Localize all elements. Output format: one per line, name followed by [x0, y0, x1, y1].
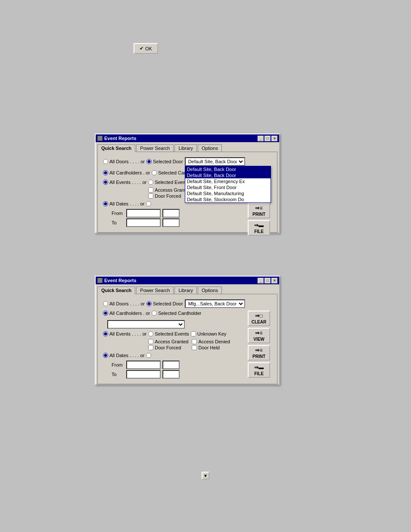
tab-options-1[interactable]: Options — [198, 144, 222, 152]
minimize-button-2[interactable]: _ — [258, 278, 264, 283]
all-dates-radio-label-2[interactable]: All Dates . . . . or — [103, 353, 144, 358]
clear-button-2[interactable]: ⇒□ CLEAR — [248, 311, 270, 326]
tab-library-1[interactable]: Library — [174, 144, 197, 152]
selected-door-radio-label-2[interactable]: Selected Door — [146, 301, 183, 306]
all-cardholders-radio-label-2[interactable]: All Cardholders . or — [103, 311, 150, 316]
from-time-input-2[interactable] — [162, 361, 180, 369]
selected-cardholder-radio-label-2[interactable]: Selected Cardholder — [152, 311, 201, 316]
all-doors-radio-2[interactable] — [103, 301, 108, 306]
all-dates-radio-2[interactable] — [103, 353, 108, 358]
access-granted-checkbox-1[interactable] — [148, 187, 153, 193]
file-button-1[interactable]: ⇒▬ FILE — [248, 220, 270, 236]
door-option-1-5[interactable]: Default Site, Manufacturing — [185, 190, 271, 196]
tab-power-search-2[interactable]: Power Search — [136, 286, 174, 294]
maximize-button-2[interactable]: □ — [265, 278, 271, 283]
to-time-input-1[interactable] — [162, 218, 180, 227]
all-events-radio-1[interactable] — [103, 180, 108, 185]
all-dates-radio-label-1[interactable]: All Dates . . . . or — [103, 201, 144, 206]
all-doors-radio-1[interactable] — [103, 159, 108, 164]
main-content-2: All Doors . . . . or Selected Door Mfg..… — [103, 299, 244, 379]
from-date-input-2[interactable] — [126, 361, 161, 369]
to-time-input-2[interactable] — [162, 370, 180, 379]
door-dropdown-2[interactable]: Mfg...Sales, Back Door — [185, 299, 245, 308]
small-dropdown-area: ▼ — [202, 472, 209, 479]
small-dropdown-button[interactable]: ▼ — [202, 472, 209, 479]
all-dates-text-1: All Dates . . . . or — [109, 201, 144, 206]
selected-dates-radio-label-2[interactable] — [146, 353, 151, 358]
all-cardholders-radio-2[interactable] — [103, 311, 108, 316]
selected-door-radio-label-1[interactable]: Selected Door — [146, 159, 183, 164]
view-button-2[interactable]: ⇒≡ VIEW — [248, 328, 270, 343]
maximize-button-1[interactable]: □ — [265, 136, 271, 141]
print-button-1[interactable]: ⇒≡ PRINT — [248, 203, 270, 218]
unknown-key-label-2[interactable]: Unknown Key — [191, 331, 227, 336]
dates-section-2: All Dates . . . . or From To — [103, 353, 244, 379]
selected-dates-radio-label-1[interactable] — [146, 201, 151, 206]
print-button-2[interactable]: ⇒≡ PRINT — [248, 345, 270, 361]
selected-dates-radio-2[interactable] — [146, 353, 151, 358]
file-button-2[interactable]: ⇒▬ FILE — [248, 362, 270, 378]
all-cardholders-radio-label-1[interactable]: All Cardholders . or — [103, 170, 150, 175]
door-held-label-2[interactable]: Door Held — [192, 345, 232, 350]
door-forced-label-2[interactable]: Door Forced — [148, 345, 188, 350]
window-title-1: Event Reports — [104, 136, 137, 141]
to-date-input-2[interactable] — [126, 370, 161, 379]
selected-events-radio-2[interactable] — [148, 331, 153, 336]
all-cardholders-radio-1[interactable] — [103, 170, 108, 175]
ok-button[interactable]: ✔ OK — [134, 43, 158, 54]
door-option-1-2[interactable]: Default Site, Back Door — [185, 172, 271, 178]
access-granted-label-2[interactable]: Access Granted — [148, 339, 188, 344]
all-doors-radio-label-1[interactable]: All Doors . . . . or — [103, 159, 145, 164]
all-events-radio-label-2[interactable]: All Events . . . . or — [103, 331, 146, 336]
close-button-2[interactable]: ✕ — [271, 278, 277, 283]
tab-quick-search-2[interactable]: Quick Search — [97, 286, 135, 294]
tab-options-2[interactable]: Options — [198, 286, 222, 294]
door-option-1-4[interactable]: Default Site, Front Door — [185, 184, 271, 190]
from-label-2: From — [112, 362, 125, 367]
all-dates-radio-1[interactable] — [103, 201, 108, 206]
cardholder-dropdown-2[interactable] — [107, 320, 185, 329]
print-label-1: PRINT — [252, 212, 265, 217]
all-events-radio-2[interactable] — [103, 331, 108, 336]
door-option-1-1[interactable]: Default Site, Back Door — [185, 166, 271, 172]
door-held-checkbox-2[interactable] — [192, 345, 197, 350]
selected-dates-radio-1[interactable] — [146, 201, 151, 206]
all-dates-text-2: All Dates . . . . or — [109, 353, 144, 358]
door-dropdown-1[interactable]: Default Site, Back Door — [185, 157, 245, 166]
tab-library-2[interactable]: Library — [174, 286, 197, 294]
events-section-2: Selected Events Unknown Key Access Grant… — [148, 331, 232, 350]
titlebar-1: Event Reports _ □ ✕ — [96, 134, 279, 142]
door-option-1-6[interactable]: Default Site, Stockroom Do — [185, 196, 271, 202]
unknown-key-checkbox-2[interactable] — [191, 331, 196, 336]
selected-door-radio-1[interactable] — [146, 159, 152, 164]
selected-door-radio-2[interactable] — [146, 301, 152, 306]
close-button-1[interactable]: ✕ — [271, 136, 277, 141]
all-doors-radio-label-2[interactable]: All Doors . . . . or — [103, 301, 145, 306]
file-icon-2: ⇒▬ — [254, 364, 264, 370]
from-time-input-1[interactable] — [162, 209, 180, 218]
selected-cardholder-radio-1[interactable] — [152, 170, 157, 175]
titlebar-controls-1: _ □ ✕ — [258, 136, 277, 141]
from-date-input-1[interactable] — [126, 209, 161, 218]
to-date-input-1[interactable] — [126, 218, 161, 227]
door-option-1-3[interactable]: Default Site, Emergency Ex — [185, 178, 271, 184]
events-row-2: All Events . . . . or Selected Events Un… — [103, 331, 244, 350]
tab-power-search-1[interactable]: Power Search — [136, 144, 174, 152]
titlebar-2: Event Reports _ □ ✕ — [96, 277, 279, 284]
all-events-text-1: All Events . . . . or — [109, 180, 146, 185]
tab-quick-search-1[interactable]: Quick Search — [97, 144, 135, 152]
access-denied-label-2[interactable]: Access Denied — [192, 339, 232, 344]
all-events-radio-label-1[interactable]: All Events . . . . or — [103, 180, 146, 185]
tab-content-1: All Doors . . . . or Selected Door Defau… — [97, 152, 277, 233]
selected-cardholder-radio-2[interactable] — [152, 311, 157, 316]
selected-events-radio-label-2[interactable]: Selected Events — [148, 331, 189, 336]
door-dropdown-list-1: Default Site, Back Door Default Site, Ba… — [185, 166, 271, 203]
door-forced-checkbox-1[interactable] — [148, 193, 153, 199]
selected-events-radio-1[interactable] — [148, 180, 153, 185]
minimize-button-1[interactable]: _ — [258, 136, 264, 141]
access-denied-checkbox-2[interactable] — [192, 339, 197, 344]
access-granted-checkbox-2[interactable] — [148, 339, 153, 344]
selected-events-radio-label-1[interactable]: Selected Events — [148, 180, 189, 185]
view-icon-2: ⇒≡ — [255, 330, 262, 336]
door-forced-checkbox-2[interactable] — [148, 345, 153, 350]
